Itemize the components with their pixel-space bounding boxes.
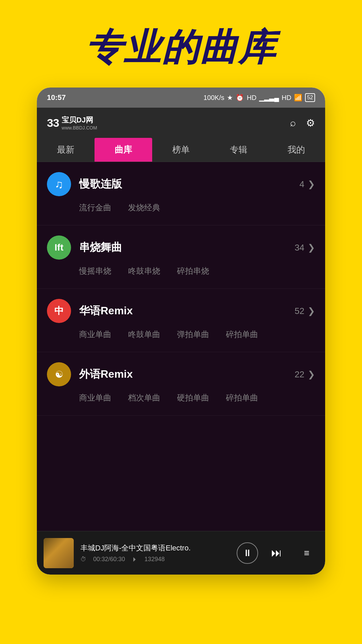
slow-songs-count: 4: [300, 179, 304, 190]
logo-subtitle: 宝贝DJ网 www.BBDJ.COM: [62, 115, 97, 130]
foreign-remix-title: 外语Remix: [79, 367, 295, 382]
app-header: 33 宝贝DJ网 www.BBDJ.COM ⌕ ⚙: [37, 108, 325, 138]
app-logo: 33 宝贝DJ网 www.BBDJ.COM: [47, 115, 97, 130]
signal-bars-icon: ▁▂▃▄: [259, 94, 279, 102]
now-playing-time-icon: ⏱: [80, 556, 86, 563]
dance-medley-title: 串烧舞曲: [79, 240, 295, 255]
category-dance-medley[interactable]: Ift 串烧舞曲 34 ❯ 慢摇串烧 咚鼓串烧 碎拍串烧: [37, 225, 325, 289]
tag-break-single-en[interactable]: 碎拍单曲: [226, 392, 258, 403]
tag-break-single-cn[interactable]: 碎拍单曲: [226, 329, 258, 340]
tab-charts[interactable]: 榜单: [152, 138, 210, 162]
chinese-remix-chevron: ❯: [308, 306, 315, 316]
wifi-icon: 📶: [294, 94, 302, 102]
tag-commercial-single-en[interactable]: 商业单曲: [79, 392, 111, 403]
chinese-remix-tags: 商业单曲 咚鼓单曲 弹拍单曲 碎拍单曲: [79, 329, 315, 345]
play-count-icon: ⏵: [132, 556, 138, 563]
now-playing-time: 00:32/60:30: [93, 556, 125, 563]
logo-letters: 33: [47, 116, 59, 129]
slow-songs-icon: ♫: [47, 172, 71, 196]
next-button[interactable]: ⏭: [265, 541, 288, 565]
dance-medley-tags: 慢摇串烧 咚鼓串烧 碎拍串烧: [79, 266, 315, 282]
tag-drum-single-cn[interactable]: 咚鼓单曲: [128, 329, 160, 340]
pause-button[interactable]: ⏸: [237, 542, 258, 564]
signal-hd1-icon: HD: [247, 94, 256, 102]
now-playing-title: 丰城DJ阿海-全中文国粤语Electro.: [80, 543, 237, 553]
tab-mine[interactable]: 我的: [267, 138, 325, 162]
tag-commercial-single-cn[interactable]: 商业单曲: [79, 329, 111, 340]
slow-songs-title: 慢歌连版: [79, 177, 300, 192]
logo-url: www.BBDJ.COM: [62, 125, 97, 130]
phone-frame: 10:57 100K/s ★ ⏰ HD ▁▂▃▄ HD 📶 52 33 宝贝DJ…: [37, 88, 325, 575]
category-slow-songs[interactable]: ♫ 慢歌连版 4 ❯ 流行金曲 发烧经典: [37, 162, 325, 225]
now-playing-bar[interactable]: 丰城DJ阿海-全中文国粤语Electro. ⏱ 00:32/60:30 ⏵ 13…: [37, 531, 325, 575]
dance-medley-icon: Ift: [47, 235, 71, 260]
tab-library[interactable]: 曲库: [95, 138, 152, 162]
dance-medley-chevron: ❯: [308, 243, 315, 253]
now-playing-controls[interactable]: ⏸ ⏭ ≡: [237, 541, 318, 565]
tab-albums[interactable]: 专辑: [210, 138, 267, 162]
settings-icon[interactable]: ⚙: [306, 117, 315, 129]
chinese-remix-count: 52: [295, 306, 304, 316]
tag-break-medley[interactable]: 碎拍串烧: [177, 266, 209, 276]
category-chinese-remix[interactable]: 中 华语Remix 52 ❯ 商业单曲 咚鼓单曲 弹拍单曲 碎拍单曲: [37, 289, 325, 352]
tag-hard-single-en[interactable]: 硬拍单曲: [177, 392, 209, 403]
bluetooth-icon: ★: [227, 94, 233, 102]
logo-name: 宝贝DJ网: [62, 115, 97, 125]
slow-songs-chevron: ❯: [308, 179, 315, 190]
nav-tabs: 最新 曲库 榜单 专辑 我的: [37, 138, 325, 162]
tab-latest[interactable]: 最新: [37, 138, 95, 162]
tag-slow-medley[interactable]: 慢摇串烧: [79, 266, 111, 276]
now-playing-meta: ⏱ 00:32/60:30 ⏵ 132948: [80, 556, 237, 563]
content-area: ♫ 慢歌连版 4 ❯ 流行金曲 发烧经典 Ift 串烧舞曲 34 ❯: [37, 162, 325, 531]
slow-songs-tags: 流行金曲 发烧经典: [79, 202, 315, 218]
signal-hd2-icon: HD: [282, 94, 291, 102]
playlist-button[interactable]: ≡: [295, 541, 318, 565]
chinese-remix-icon: 中: [47, 299, 71, 323]
foreign-remix-tags: 商业单曲 档次单曲 硬拍单曲 碎拍单曲: [79, 392, 315, 409]
status-time: 10:57: [47, 93, 66, 102]
dance-medley-count: 34: [295, 243, 304, 253]
status-speed: 100K/s: [203, 94, 224, 102]
status-bar: 10:57 100K/s ★ ⏰ HD ▁▂▃▄ HD 📶 52: [37, 88, 325, 108]
foreign-remix-chevron: ❯: [308, 369, 315, 380]
hero-title: 专业的曲库: [85, 27, 277, 67]
tag-class-single-en[interactable]: 档次单曲: [128, 392, 160, 403]
tag-drum-medley[interactable]: 咚鼓串烧: [128, 266, 160, 276]
chinese-remix-title: 华语Remix: [79, 304, 295, 318]
foreign-remix-icon: ☯: [47, 362, 71, 386]
tag-popular-hits[interactable]: 流行金曲: [79, 202, 111, 213]
now-playing-info: 丰城DJ阿海-全中文国粤语Electro. ⏱ 00:32/60:30 ⏵ 13…: [80, 543, 237, 563]
header-icons: ⌕ ⚙: [290, 117, 315, 129]
play-count: 132948: [144, 556, 165, 563]
category-foreign-remix[interactable]: ☯ 外语Remix 22 ❯ 商业单曲 档次单曲 硬拍单曲 碎拍单曲: [37, 352, 325, 416]
now-playing-thumbnail: [44, 538, 74, 568]
tag-bounce-single-cn[interactable]: 弹拍单曲: [177, 329, 209, 340]
status-right: 100K/s ★ ⏰ HD ▁▂▃▄ HD 📶 52: [203, 93, 315, 102]
alarm-icon: ⏰: [236, 94, 244, 102]
foreign-remix-count: 22: [295, 369, 304, 380]
tag-fever-classics[interactable]: 发烧经典: [128, 202, 160, 213]
search-icon[interactable]: ⌕: [290, 117, 296, 128]
battery-icon: 52: [305, 93, 315, 102]
